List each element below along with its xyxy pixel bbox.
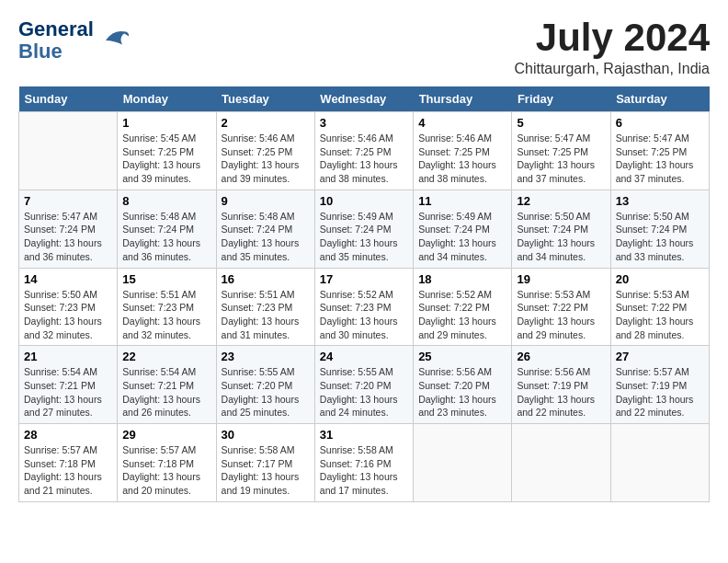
column-header-monday: Monday [118, 86, 216, 112]
column-header-thursday: Thursday [414, 86, 512, 112]
day-number: 3 [320, 116, 408, 130]
calendar-cell: 18Sunrise: 5:52 AMSunset: 7:22 PMDayligh… [414, 268, 512, 346]
day-number: 22 [122, 350, 210, 363]
calendar-cell: 29Sunrise: 5:57 AMSunset: 7:18 PMDayligh… [118, 424, 216, 502]
day-number: 20 [616, 272, 704, 286]
calendar-cell: 9Sunrise: 5:48 AMSunset: 7:24 PMDaylight… [216, 190, 314, 268]
calendar-week-row: 21Sunrise: 5:54 AMSunset: 7:21 PMDayligh… [19, 346, 710, 424]
calendar-cell: 2Sunrise: 5:46 AMSunset: 7:25 PMDaylight… [216, 112, 314, 190]
day-number: 10 [320, 194, 408, 208]
day-number: 31 [320, 428, 408, 442]
calendar-cell: 11Sunrise: 5:49 AMSunset: 7:24 PMDayligh… [414, 190, 512, 268]
logo-bird-icon [97, 24, 131, 57]
day-number: 4 [418, 116, 506, 130]
day-info: Sunrise: 5:49 AMSunset: 7:24 PMDaylight:… [320, 210, 408, 264]
day-info: Sunrise: 5:53 AMSunset: 7:22 PMDaylight:… [517, 288, 605, 342]
calendar-cell: 20Sunrise: 5:53 AMSunset: 7:22 PMDayligh… [610, 268, 709, 346]
calendar-cell: 15Sunrise: 5:51 AMSunset: 7:23 PMDayligh… [118, 268, 216, 346]
calendar-cell: 26Sunrise: 5:56 AMSunset: 7:19 PMDayligh… [512, 346, 610, 424]
day-info: Sunrise: 5:52 AMSunset: 7:23 PMDaylight:… [320, 288, 408, 342]
day-number: 23 [222, 350, 310, 363]
calendar-cell: 24Sunrise: 5:55 AMSunset: 7:20 PMDayligh… [314, 346, 413, 424]
calendar-cell: 12Sunrise: 5:50 AMSunset: 7:24 PMDayligh… [512, 190, 610, 268]
calendar-week-row: 1Sunrise: 5:45 AMSunset: 7:25 PMDaylight… [19, 112, 710, 190]
day-number: 29 [122, 428, 210, 442]
day-info: Sunrise: 5:47 AMSunset: 7:24 PMDaylight:… [24, 210, 112, 264]
calendar-cell [414, 424, 512, 502]
day-info: Sunrise: 5:51 AMSunset: 7:23 PMDaylight:… [122, 288, 210, 342]
calendar-cell: 6Sunrise: 5:47 AMSunset: 7:25 PMDaylight… [610, 112, 709, 190]
column-header-sunday: Sunday [19, 86, 118, 112]
column-header-saturday: Saturday [610, 86, 709, 112]
day-info: Sunrise: 5:54 AMSunset: 7:21 PMDaylight:… [24, 365, 112, 419]
calendar-week-row: 7Sunrise: 5:47 AMSunset: 7:24 PMDaylight… [19, 190, 710, 268]
day-info: Sunrise: 5:48 AMSunset: 7:24 PMDaylight:… [122, 210, 210, 264]
day-number: 2 [222, 116, 310, 130]
day-number: 21 [24, 350, 112, 363]
day-info: Sunrise: 5:50 AMSunset: 7:23 PMDaylight:… [24, 288, 112, 342]
day-info: Sunrise: 5:48 AMSunset: 7:24 PMDaylight:… [222, 210, 310, 264]
day-info: Sunrise: 5:46 AMSunset: 7:25 PMDaylight:… [222, 132, 310, 186]
day-info: Sunrise: 5:58 AMSunset: 7:17 PMDaylight:… [222, 443, 310, 498]
column-header-friday: Friday [512, 86, 610, 112]
day-number: 14 [24, 272, 112, 286]
day-number: 12 [517, 194, 605, 208]
day-number: 9 [222, 194, 310, 208]
day-number: 24 [320, 350, 408, 363]
calendar-cell: 7Sunrise: 5:47 AMSunset: 7:24 PMDaylight… [19, 190, 118, 268]
day-info: Sunrise: 5:57 AMSunset: 7:19 PMDaylight:… [616, 365, 704, 419]
day-number: 13 [616, 194, 704, 208]
day-info: Sunrise: 5:49 AMSunset: 7:24 PMDaylight:… [418, 210, 506, 264]
day-number: 6 [616, 116, 704, 130]
day-number: 18 [418, 272, 506, 286]
day-info: Sunrise: 5:55 AMSunset: 7:20 PMDaylight:… [222, 365, 310, 419]
day-number: 28 [24, 428, 112, 442]
calendar-cell [610, 424, 709, 502]
day-number: 5 [517, 116, 605, 130]
calendar-cell: 16Sunrise: 5:51 AMSunset: 7:23 PMDayligh… [216, 268, 314, 346]
day-number: 8 [122, 194, 210, 208]
calendar-cell: 31Sunrise: 5:58 AMSunset: 7:16 PMDayligh… [314, 424, 413, 502]
logo-text: General Blue [18, 18, 94, 63]
calendar-header-row: SundayMondayTuesdayWednesdayThursdayFrid… [19, 86, 710, 112]
title-block: July 2024 Chittaurgarh, Rajasthan, India [514, 18, 710, 77]
calendar-week-row: 28Sunrise: 5:57 AMSunset: 7:18 PMDayligh… [19, 424, 710, 502]
day-number: 27 [616, 350, 704, 363]
day-number: 15 [122, 272, 210, 286]
calendar-cell: 27Sunrise: 5:57 AMSunset: 7:19 PMDayligh… [610, 346, 709, 424]
day-info: Sunrise: 5:52 AMSunset: 7:22 PMDaylight:… [418, 288, 506, 342]
day-info: Sunrise: 5:47 AMSunset: 7:25 PMDaylight:… [616, 132, 704, 186]
calendar-cell: 22Sunrise: 5:54 AMSunset: 7:21 PMDayligh… [118, 346, 216, 424]
day-info: Sunrise: 5:55 AMSunset: 7:20 PMDaylight:… [320, 365, 408, 419]
calendar-cell: 10Sunrise: 5:49 AMSunset: 7:24 PMDayligh… [314, 190, 413, 268]
day-info: Sunrise: 5:46 AMSunset: 7:25 PMDaylight:… [320, 132, 408, 186]
calendar-cell: 19Sunrise: 5:53 AMSunset: 7:22 PMDayligh… [512, 268, 610, 346]
day-info: Sunrise: 5:50 AMSunset: 7:24 PMDaylight:… [616, 210, 704, 264]
day-number: 19 [517, 272, 605, 286]
day-info: Sunrise: 5:51 AMSunset: 7:23 PMDaylight:… [222, 288, 310, 342]
calendar-table: SundayMondayTuesdayWednesdayThursdayFrid… [18, 86, 710, 502]
day-info: Sunrise: 5:45 AMSunset: 7:25 PMDaylight:… [122, 132, 210, 186]
calendar-cell: 28Sunrise: 5:57 AMSunset: 7:18 PMDayligh… [19, 424, 118, 502]
calendar-cell: 5Sunrise: 5:47 AMSunset: 7:25 PMDaylight… [512, 112, 610, 190]
calendar-cell: 21Sunrise: 5:54 AMSunset: 7:21 PMDayligh… [19, 346, 118, 424]
day-info: Sunrise: 5:57 AMSunset: 7:18 PMDaylight:… [122, 443, 210, 498]
day-number: 7 [24, 194, 112, 208]
location: Chittaurgarh, Rajasthan, India [514, 61, 710, 77]
day-info: Sunrise: 5:56 AMSunset: 7:19 PMDaylight:… [517, 365, 605, 419]
calendar-cell: 25Sunrise: 5:56 AMSunset: 7:20 PMDayligh… [414, 346, 512, 424]
calendar-cell: 3Sunrise: 5:46 AMSunset: 7:25 PMDaylight… [314, 112, 413, 190]
calendar-cell: 30Sunrise: 5:58 AMSunset: 7:17 PMDayligh… [216, 424, 314, 502]
column-header-tuesday: Tuesday [216, 86, 314, 112]
day-info: Sunrise: 5:53 AMSunset: 7:22 PMDaylight:… [616, 288, 704, 342]
day-info: Sunrise: 5:57 AMSunset: 7:18 PMDaylight:… [24, 443, 112, 498]
calendar-cell: 8Sunrise: 5:48 AMSunset: 7:24 PMDaylight… [118, 190, 216, 268]
day-number: 16 [222, 272, 310, 286]
calendar-cell: 23Sunrise: 5:55 AMSunset: 7:20 PMDayligh… [216, 346, 314, 424]
calendar-cell: 4Sunrise: 5:46 AMSunset: 7:25 PMDaylight… [414, 112, 512, 190]
logo: General Blue [18, 18, 131, 63]
day-info: Sunrise: 5:58 AMSunset: 7:16 PMDaylight:… [320, 443, 408, 498]
month-title: July 2024 [514, 18, 710, 57]
page-header: General Blue July 2024 Chittaurgarh, Raj… [18, 18, 710, 77]
calendar-cell: 1Sunrise: 5:45 AMSunset: 7:25 PMDaylight… [118, 112, 216, 190]
